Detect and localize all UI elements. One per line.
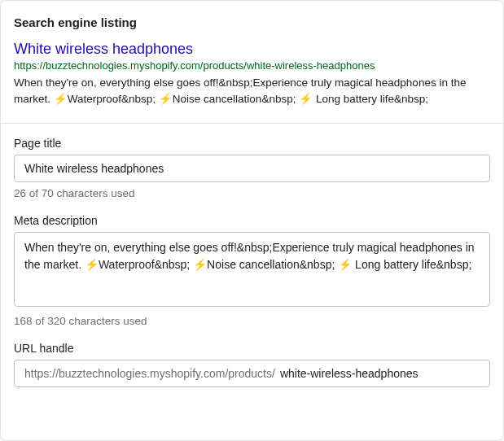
search-preview: White wireless headphones https://buzzte… [1, 41, 503, 123]
page-title-field: Page title 26 of 70 characters used [14, 137, 490, 199]
page-title-char-count: 26 of 70 characters used [14, 187, 490, 199]
preview-title: White wireless headphones [14, 41, 490, 58]
seo-listing-card: Search engine listing White wireless hea… [0, 0, 504, 441]
meta-description-input[interactable] [14, 232, 490, 307]
section-header: Search engine listing [1, 1, 503, 41]
form-section: Page title 26 of 70 characters used Meta… [1, 124, 503, 402]
preview-url: https://buzztechnologies.myshopify.com/p… [14, 59, 490, 72]
meta-description-char-count: 168 of 320 characters used [14, 315, 490, 327]
url-handle-field: URL handle https://buzztechnologies.mysh… [14, 342, 490, 387]
meta-description-field: Meta description 168 of 320 characters u… [14, 214, 490, 327]
meta-description-label: Meta description [14, 214, 490, 227]
url-handle-wrapper[interactable]: https://buzztechnologies.myshopify.com/p… [14, 360, 490, 387]
preview-description: When they're on, everything else goes of… [14, 75, 490, 108]
url-handle-label: URL handle [14, 342, 490, 355]
url-handle-prefix: https://buzztechnologies.myshopify.com/p… [24, 367, 275, 380]
section-title: Search engine listing [14, 15, 490, 29]
url-handle-input[interactable] [280, 367, 480, 380]
page-title-label: Page title [14, 137, 490, 150]
page-title-input[interactable] [14, 155, 490, 182]
